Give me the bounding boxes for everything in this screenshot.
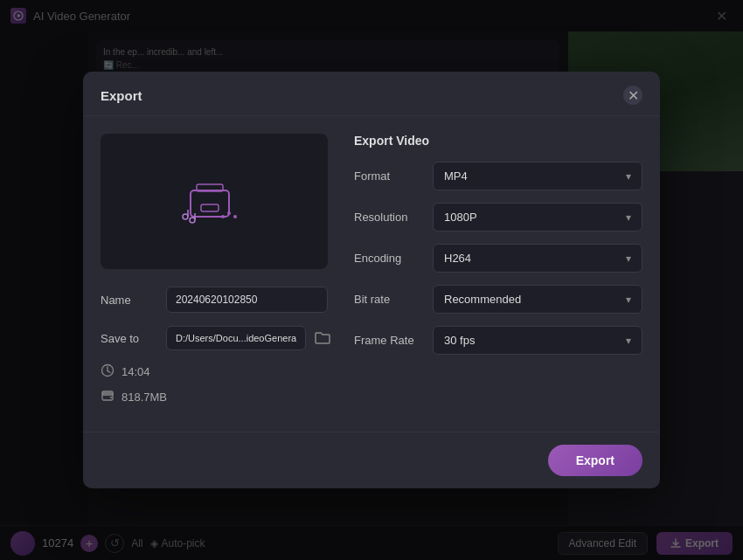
svg-rect-2 <box>191 190 229 217</box>
format-value: MP4 <box>444 169 468 183</box>
duration-row: 14:04 <box>101 363 328 380</box>
save-to-input[interactable] <box>166 326 306 350</box>
export-modal-button[interactable]: Export <box>548 445 642 476</box>
modal-close-button[interactable]: ✕ <box>623 86 642 105</box>
format-chevron-icon: ▾ <box>626 170 631 183</box>
bitrate-value: Recommended <box>444 293 521 306</box>
modal-right: Export Video Format MP4 ▾ Resolution 1 <box>354 134 642 414</box>
resolution-row: Resolution 1080P ▾ <box>354 203 642 232</box>
bitrate-row: Bit rate Recommended ▾ <box>354 285 642 314</box>
encoding-select[interactable]: H264 ▾ <box>433 244 642 273</box>
name-row: Name <box>101 287 328 313</box>
svg-point-5 <box>183 214 188 219</box>
framerate-value: 30 fps <box>444 334 475 347</box>
format-select[interactable]: MP4 ▾ <box>433 162 642 190</box>
framerate-label: Frame Rate <box>354 334 433 347</box>
bitrate-label: Bit rate <box>354 293 433 306</box>
video-preview <box>101 134 328 269</box>
svg-rect-4 <box>201 204 219 211</box>
svg-point-7 <box>190 218 195 223</box>
clock-icon <box>101 363 115 380</box>
name-input[interactable] <box>166 287 328 313</box>
framerate-chevron-icon: ▾ <box>626 335 631 347</box>
encoding-chevron-icon: ▾ <box>626 252 631 265</box>
modal-overlay: Export ✕ <box>0 0 743 560</box>
browse-folder-button[interactable] <box>315 325 330 351</box>
resolution-select[interactable]: 1080P ▾ <box>433 203 642 232</box>
svg-point-17 <box>110 397 112 398</box>
framerate-select[interactable]: 30 fps ▾ <box>433 326 642 355</box>
svg-point-9 <box>221 215 225 218</box>
format-row: Format MP4 ▾ <box>354 162 642 190</box>
modal-body: Name Save to <box>83 116 660 432</box>
modal-footer: Export <box>83 432 660 488</box>
resolution-value: 1080P <box>444 211 477 224</box>
preview-icon <box>175 171 253 232</box>
svg-point-10 <box>227 211 231 215</box>
save-to-row: Save to <box>101 325 328 351</box>
filesize-row: 818.7MB <box>101 389 328 405</box>
encoding-label: Encoding <box>354 252 433 265</box>
encoding-value: H264 <box>444 252 471 265</box>
modal-left: Name Save to <box>101 134 328 414</box>
duration-value: 14:04 <box>122 365 150 378</box>
svg-line-14 <box>108 371 110 373</box>
format-label: Format <box>354 169 433 183</box>
svg-point-11 <box>233 215 237 218</box>
modal-header: Export ✕ <box>83 72 660 116</box>
name-label: Name <box>101 294 157 307</box>
resolution-chevron-icon: ▾ <box>626 211 631 224</box>
export-modal: Export ✕ <box>83 72 660 488</box>
bitrate-select[interactable]: Recommended ▾ <box>433 285 642 314</box>
bitrate-chevron-icon: ▾ <box>626 294 631 306</box>
filesize-value: 818.7MB <box>122 391 167 404</box>
framerate-row: Frame Rate 30 fps ▾ <box>354 326 642 355</box>
resolution-label: Resolution <box>354 211 433 224</box>
export-video-title: Export Video <box>354 134 642 148</box>
svg-rect-15 <box>102 393 113 400</box>
save-to-label: Save to <box>101 332 157 345</box>
encoding-row: Encoding H264 ▾ <box>354 244 642 273</box>
modal-title: Export <box>101 88 142 103</box>
app-window: AI Video Generator ✕ In the ep... incred… <box>0 0 743 560</box>
storage-icon <box>101 389 115 405</box>
